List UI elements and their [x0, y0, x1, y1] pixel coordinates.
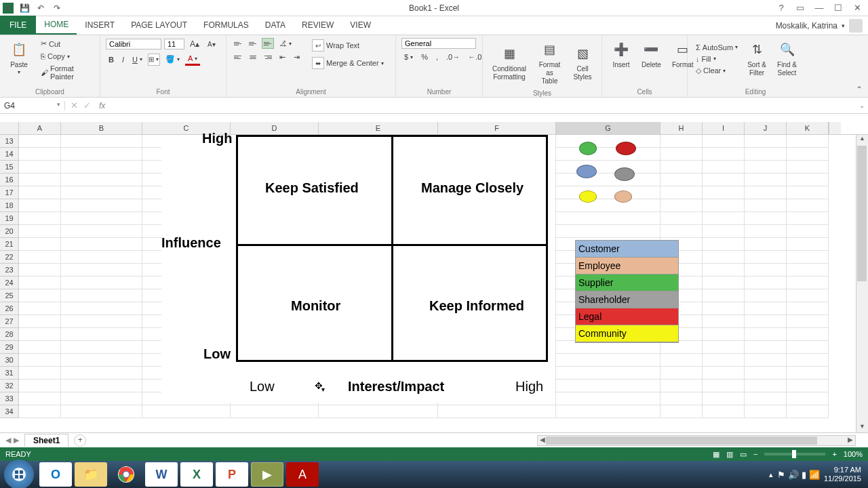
- tray-wifi-icon[interactable]: 📶: [809, 470, 820, 480]
- number-format-select[interactable]: [401, 38, 476, 49]
- sheet-tab-sheet1[interactable]: Sheet1: [24, 434, 68, 447]
- formula-input[interactable]: [108, 98, 856, 113]
- tray-clock[interactable]: 9:17 AM 11/29/2015: [824, 466, 861, 483]
- view-pagelayout-icon[interactable]: ▥: [726, 450, 733, 459]
- view-pagebreak-icon[interactable]: ▭: [740, 450, 747, 459]
- taskbar-powerpoint-icon[interactable]: P: [216, 462, 248, 487]
- taskbar-word-icon[interactable]: W: [145, 462, 178, 487]
- column-header-G[interactable]: G: [556, 122, 660, 134]
- increase-font-icon[interactable]: A▴: [187, 38, 202, 50]
- column-header-D[interactable]: D: [231, 122, 319, 134]
- tray-up-icon[interactable]: ▴: [769, 470, 773, 479]
- copy-button[interactable]: ⎘Copy▾: [38, 51, 94, 62]
- format-as-table-button[interactable]: ▤Format as Table: [533, 38, 566, 88]
- start-button[interactable]: [4, 460, 34, 488]
- column-header-F[interactable]: F: [438, 122, 556, 134]
- column-header-H[interactable]: H: [660, 122, 703, 134]
- row-header-18[interactable]: 18: [0, 199, 19, 212]
- row-header-22[interactable]: 22: [0, 251, 19, 264]
- bold-button[interactable]: B: [106, 54, 117, 65]
- row-header-13[interactable]: 13: [0, 135, 19, 148]
- row-header-31[interactable]: 31: [0, 367, 19, 380]
- tab-view[interactable]: VIEW: [342, 16, 379, 35]
- row-header-19[interactable]: 19: [0, 212, 19, 225]
- row-header-23[interactable]: 23: [0, 264, 19, 277]
- percent-button[interactable]: %: [418, 52, 431, 62]
- stakeholder-shape-5[interactable]: [614, 190, 632, 203]
- autosum-button[interactable]: ΣAutoSum▾: [693, 42, 741, 53]
- row-header-29[interactable]: 29: [0, 341, 19, 354]
- maximize-icon[interactable]: ☐: [830, 3, 846, 14]
- sheet-nav-prev-icon[interactable]: ◀: [5, 436, 11, 445]
- fill-button[interactable]: ↓Fill▾: [693, 54, 741, 64]
- row-header-32[interactable]: 32: [0, 380, 19, 392]
- cells-area[interactable]: High Influence Low Keep Satisfied Manage…: [19, 135, 856, 432]
- clear-button[interactable]: ◇Clear▾: [693, 65, 741, 77]
- fill-color-button[interactable]: 🪣▾: [163, 54, 182, 65]
- taskbar-adobe-icon[interactable]: A: [286, 462, 319, 487]
- row-header-16[interactable]: 16: [0, 174, 19, 186]
- tab-data[interactable]: DATA: [257, 16, 294, 35]
- column-header-I[interactable]: I: [703, 122, 745, 134]
- format-painter-button[interactable]: 🖌Format Painter: [38, 63, 94, 82]
- align-left-button[interactable]: [232, 52, 244, 63]
- tab-formulas[interactable]: FORMULAS: [195, 16, 257, 35]
- zoom-slider[interactable]: [764, 453, 825, 455]
- tray-flag-icon[interactable]: ⚑: [777, 470, 785, 480]
- row-header-25[interactable]: 25: [0, 289, 19, 302]
- row-header-28[interactable]: 28: [0, 328, 19, 341]
- italic-button[interactable]: I: [119, 54, 127, 65]
- align-middle-button[interactable]: [247, 38, 259, 49]
- row-header-30[interactable]: 30: [0, 354, 19, 367]
- tab-page-layout[interactable]: PAGE LAYOUT: [123, 16, 195, 35]
- legend-row-supplier[interactable]: Supplier: [576, 274, 678, 291]
- taskbar-chrome-icon[interactable]: [110, 462, 142, 487]
- ribbon-options-icon[interactable]: ▭: [792, 3, 808, 14]
- row-header-27[interactable]: 27: [0, 315, 19, 328]
- sheet-nav-next-icon[interactable]: ▶: [14, 436, 19, 445]
- row-header-17[interactable]: 17: [0, 186, 19, 199]
- collapse-ribbon-icon[interactable]: ⌃: [856, 85, 863, 94]
- align-center-button[interactable]: [247, 52, 259, 63]
- stakeholder-shape-3[interactable]: [614, 167, 635, 181]
- column-header-E[interactable]: E: [319, 122, 438, 134]
- zoom-out-icon[interactable]: −: [753, 450, 757, 458]
- tab-insert[interactable]: INSERT: [77, 16, 123, 35]
- font-color-button[interactable]: A▾: [185, 53, 200, 66]
- stakeholder-shape-2[interactable]: [576, 165, 597, 178]
- zoom-level[interactable]: 100%: [844, 450, 863, 458]
- legend-row-legal[interactable]: Legal: [576, 308, 678, 325]
- delete-cells-button[interactable]: ➖Delete: [637, 38, 665, 72]
- font-size-select[interactable]: [164, 39, 184, 49]
- tab-file[interactable]: FILE: [0, 16, 36, 35]
- row-header-26[interactable]: 26: [0, 302, 19, 315]
- zoom-in-icon[interactable]: +: [832, 450, 836, 458]
- column-header-K[interactable]: K: [787, 122, 829, 134]
- paste-button[interactable]: 📋 Paste▾: [5, 38, 33, 79]
- row-header-15[interactable]: 15: [0, 161, 19, 174]
- vertical-scrollbar[interactable]: ▲ ▼: [856, 135, 868, 432]
- horizontal-scrollbar[interactable]: ◀ ▶: [537, 435, 856, 446]
- taskbar-outlook-icon[interactable]: O: [39, 462, 72, 487]
- tab-review[interactable]: REVIEW: [294, 16, 342, 35]
- increase-decimal-button[interactable]: .0→: [443, 52, 462, 62]
- font-name-select[interactable]: [106, 39, 161, 49]
- stakeholder-shape-1[interactable]: [616, 142, 636, 155]
- legend-row-employee[interactable]: Employee: [576, 258, 678, 274]
- taskbar-camtasia-icon[interactable]: ▶: [251, 462, 283, 487]
- underline-button[interactable]: U▾: [130, 54, 145, 65]
- decrease-decimal-button[interactable]: ←.0: [465, 52, 484, 62]
- column-header-J[interactable]: J: [745, 122, 787, 134]
- increase-indent-button[interactable]: ⇥: [291, 52, 302, 63]
- align-bottom-button[interactable]: [262, 38, 274, 49]
- cancel-formula-icon[interactable]: ✕: [71, 100, 78, 110]
- conditional-formatting-button[interactable]: ▦Conditional Formatting: [488, 42, 530, 84]
- stakeholder-matrix-image[interactable]: High Influence Low Keep Satisfied Manage…: [161, 135, 555, 403]
- expand-formula-icon[interactable]: ⌄: [856, 102, 868, 109]
- merge-center-button[interactable]: ⬌Merge & Center▾: [309, 56, 387, 70]
- decrease-font-icon[interactable]: A▾: [205, 39, 218, 49]
- select-all-corner[interactable]: [0, 122, 19, 134]
- column-header-B[interactable]: B: [61, 122, 142, 134]
- row-header-14[interactable]: 14: [0, 148, 19, 161]
- row-header-21[interactable]: 21: [0, 238, 19, 251]
